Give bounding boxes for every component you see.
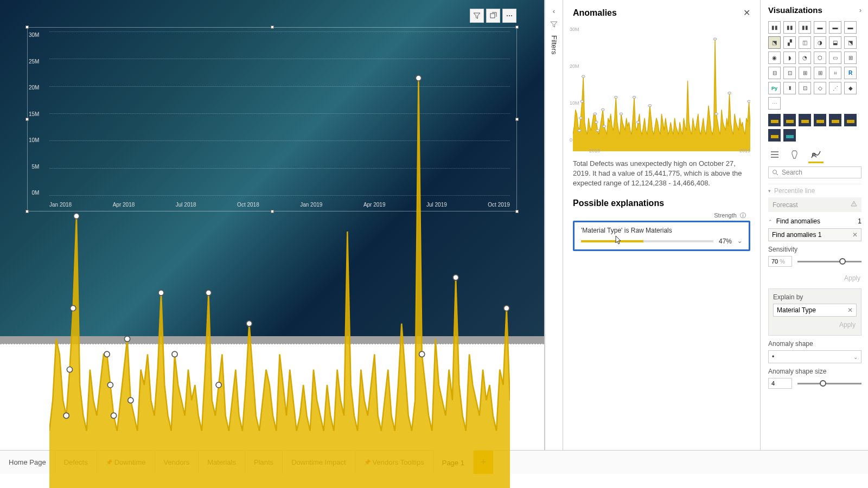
sensitivity-slider[interactable] — [797, 261, 861, 262]
more-options-icon[interactable]: ⋯ — [502, 9, 516, 23]
viz-type-icon[interactable]: ◉ — [768, 52, 781, 64]
viz-type-icon[interactable]: ▭ — [829, 52, 841, 64]
warning-icon — [851, 201, 857, 209]
viz-type-icon[interactable]: ⋯ — [768, 97, 781, 110]
apply-button[interactable]: Apply — [773, 319, 857, 331]
viz-type-icon[interactable]: ▬ — [844, 21, 857, 34]
anomalies-title: Anomalies — [573, 8, 617, 18]
chart-visual[interactable]: ⋯ 0M5M10M15M20M25M30M Jan 2018Apr 2018Ju… — [27, 27, 517, 211]
apply-button[interactable]: Apply — [768, 272, 861, 284]
svg-point-12 — [206, 290, 211, 296]
svg-point-17 — [453, 275, 458, 280]
viz-type-icon[interactable]: R — [844, 67, 857, 79]
viz-type-icon[interactable]: ⬍ — [783, 82, 796, 94]
viz-type-icon[interactable]: ▮▮ — [783, 21, 796, 34]
custom-visual-row — [768, 114, 861, 126]
viz-type-icon[interactable]: ▮▮ — [768, 21, 781, 34]
visual-header-toolbar: ⋯ — [470, 9, 516, 23]
forecast-row[interactable]: Forecast — [768, 197, 861, 212]
viz-type-icon[interactable]: ⊡ — [783, 67, 796, 79]
viz-type-icon[interactable]: ◇ — [814, 82, 826, 94]
svg-point-24 — [595, 121, 598, 123]
anomaly-shape-select[interactable]: •⌄ — [768, 350, 861, 363]
viz-type-icon[interactable]: ⬔ — [768, 36, 781, 49]
anomaly-size-value[interactable]: 4 — [768, 378, 792, 389]
viz-type-icon[interactable]: ◗ — [783, 52, 796, 64]
y-axis: 0M5M10M15M20M25M30M — [29, 32, 39, 196]
close-icon[interactable]: ✕ — [743, 8, 750, 18]
close-icon[interactable]: ✕ — [852, 231, 858, 239]
viz-type-icon[interactable]: Py — [768, 82, 781, 94]
custom-visual-icon[interactable] — [768, 129, 781, 142]
viz-type-icon[interactable]: ⬔ — [844, 36, 857, 49]
viz-type-icon[interactable]: ▞ — [783, 36, 796, 49]
percentile-line-row[interactable]: ▾Percentile line — [768, 184, 861, 197]
svg-point-31 — [636, 121, 640, 123]
find-anomalies-header[interactable]: ⌃ Find anomalies 1 — [768, 214, 861, 228]
custom-visual-icon[interactable] — [814, 114, 826, 126]
anomaly-size-slider[interactable] — [797, 383, 861, 384]
custom-visual-icon[interactable] — [829, 114, 841, 126]
viz-type-icon[interactable]: ⊟ — [768, 67, 781, 79]
custom-visual-icon[interactable] — [783, 114, 796, 126]
viz-type-icon[interactable]: ▬ — [814, 21, 826, 34]
fields-tab[interactable] — [768, 148, 781, 161]
viz-type-icon[interactable]: ⊞ — [799, 67, 811, 79]
custom-visual-row — [768, 129, 861, 142]
explain-by-label: Explain by — [773, 293, 857, 301]
viz-type-icon[interactable]: ⌗ — [829, 67, 841, 79]
custom-visual-icon[interactable] — [783, 129, 796, 142]
analytics-tab[interactable] — [809, 148, 822, 161]
page-tab[interactable]: Home Page — [0, 451, 55, 474]
custom-visual-icon[interactable] — [799, 114, 811, 126]
svg-point-15 — [419, 351, 425, 357]
svg-point-3 — [71, 305, 76, 311]
svg-point-45 — [854, 205, 854, 206]
viz-type-icon[interactable]: ⊞ — [814, 67, 826, 79]
explanation-card[interactable]: 'Material Type' is Raw Materials 47% ⌄ — [573, 221, 750, 251]
search-input[interactable]: Search — [768, 166, 861, 178]
custom-visual-icon[interactable] — [844, 114, 857, 126]
svg-point-29 — [620, 113, 623, 115]
svg-point-1 — [63, 413, 69, 418]
close-icon[interactable]: ✕ — [847, 306, 853, 314]
filter-icon[interactable] — [470, 9, 484, 23]
viz-type-icon[interactable]: ⊞ — [844, 52, 857, 64]
svg-point-36 — [748, 100, 750, 102]
svg-point-32 — [648, 105, 652, 107]
svg-point-42 — [773, 170, 777, 174]
chevron-down-icon[interactable]: ⌄ — [737, 237, 742, 245]
report-canvas-area: ⋯ 0M5M10M15M20M25M30M Jan 2018Apr 2018Ju… — [0, 0, 545, 450]
viz-type-icon[interactable]: ◑ — [814, 36, 826, 49]
custom-visual-icon[interactable] — [768, 114, 781, 126]
svg-point-34 — [713, 38, 717, 40]
svg-point-2 — [67, 367, 72, 373]
strength-label: Strength — [714, 212, 737, 219]
explain-by-chip[interactable]: Material Type ✕ — [773, 304, 857, 317]
focus-mode-icon[interactable] — [486, 9, 500, 23]
viz-type-icon[interactable]: ▬ — [829, 21, 841, 34]
report-canvas[interactable]: ⋯ 0M5M10M15M20M25M30M Jan 2018Apr 2018Ju… — [0, 0, 544, 336]
svg-point-10 — [158, 290, 164, 296]
svg-point-7 — [111, 413, 117, 418]
filters-pane-collapsed[interactable]: ‹ Filters — [545, 0, 563, 450]
svg-point-18 — [504, 305, 509, 311]
svg-rect-37 — [771, 151, 778, 152]
chevron-right-icon[interactable]: › — [859, 7, 861, 14]
viz-type-icon[interactable]: ⬓ — [829, 36, 841, 49]
svg-point-23 — [593, 113, 597, 115]
viz-type-icon[interactable]: ◔ — [799, 52, 811, 64]
viz-type-icon[interactable]: ⬡ — [814, 52, 826, 64]
svg-point-35 — [728, 92, 731, 94]
chevron-left-icon[interactable]: ‹ — [553, 8, 555, 15]
find-anomalies-instance[interactable]: Find anomalies 1 ✕ — [768, 228, 861, 241]
svg-point-27 — [603, 125, 606, 127]
viz-type-icon[interactable]: ⋰ — [829, 82, 841, 94]
viz-type-icon[interactable]: ▮▮ — [799, 21, 811, 34]
viz-type-icon[interactable]: ⊡ — [799, 82, 811, 94]
svg-point-30 — [633, 96, 636, 98]
viz-type-icon[interactable]: ◫ — [799, 36, 811, 49]
format-tab[interactable] — [789, 148, 802, 161]
viz-type-icon[interactable]: ◆ — [844, 82, 857, 94]
sensitivity-value[interactable]: 70 % — [768, 256, 792, 267]
